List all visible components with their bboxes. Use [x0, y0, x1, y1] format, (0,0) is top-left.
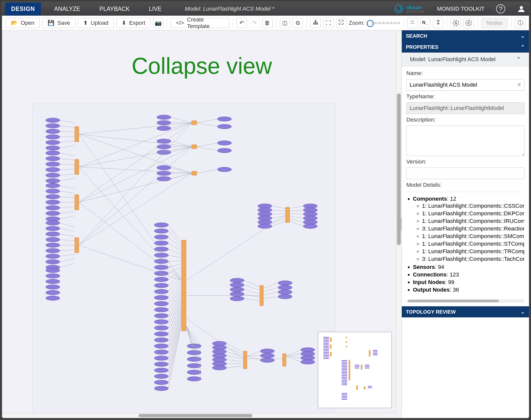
sensor-node[interactable] — [154, 283, 168, 288]
sensor-node[interactable] — [212, 353, 227, 358]
properties-accordion[interactable]: PROPERTIES ⌃ — [402, 41, 529, 53]
sensor-toggle-button[interactable]: S — [451, 18, 461, 28]
sensor-node[interactable] — [154, 247, 168, 251]
sensor-node[interactable] — [260, 353, 274, 358]
sensor-node[interactable] — [154, 235, 168, 239]
sensor-node[interactable] — [258, 220, 272, 224]
sensor-node[interactable] — [258, 212, 272, 216]
sensor-node[interactable] — [187, 357, 201, 361]
sensor-node[interactable] — [46, 129, 60, 134]
tab-playback[interactable]: PLAYBACK — [93, 3, 136, 15]
sensor-node[interactable] — [46, 217, 60, 221]
sensor-node[interactable] — [46, 226, 60, 231]
redo-button[interactable]: ↷ — [249, 18, 260, 28]
sensor-node[interactable] — [301, 347, 315, 352]
sensor-node[interactable] — [46, 243, 60, 247]
nodes-button[interactable]: Nodes — [481, 18, 508, 28]
sensor-node[interactable] — [154, 314, 168, 318]
component-node[interactable] — [75, 127, 79, 142]
sensor-node[interactable] — [154, 368, 168, 372]
sensor-node[interactable] — [46, 285, 60, 289]
sensor-node[interactable] — [154, 338, 168, 342]
hierarchy-button[interactable] — [310, 18, 321, 28]
sensor-node[interactable] — [46, 162, 60, 167]
create-template-button[interactable]: </> Create Template — [171, 18, 229, 28]
sensor-node[interactable] — [278, 290, 292, 294]
sensor-node[interactable] — [46, 274, 60, 278]
upload-button[interactable]: ⬆ Upload — [78, 18, 114, 28]
name-input[interactable] — [406, 79, 524, 91]
sensor-node[interactable] — [46, 296, 60, 300]
minimap[interactable] — [318, 332, 391, 408]
component-node[interactable] — [282, 354, 286, 366]
sensor-node[interactable] — [46, 279, 60, 284]
sensor-node[interactable] — [154, 356, 168, 360]
canvas[interactable]: Collapse view — [2, 30, 402, 418]
search-accordion[interactable]: SEARCH ⌄ — [402, 30, 529, 41]
sensor-node[interactable] — [212, 365, 227, 370]
tab-design[interactable]: DESIGN — [5, 3, 41, 15]
component-toggle-button[interactable]: C — [463, 18, 474, 28]
component-node[interactable] — [285, 207, 290, 222]
sensor-node[interactable] — [154, 308, 168, 312]
sensor-node[interactable] — [154, 295, 168, 300]
sensor-node[interactable] — [303, 212, 317, 216]
sensor-node[interactable] — [157, 126, 171, 131]
snap-button[interactable] — [407, 18, 418, 28]
sensor-node[interactable] — [187, 344, 201, 348]
sensor-node[interactable] — [278, 294, 292, 299]
sensor-node[interactable] — [46, 260, 60, 264]
sensor-node[interactable] — [46, 200, 60, 204]
export-button[interactable]: ⬇ Export — [116, 18, 151, 28]
tab-live[interactable]: LIVE — [143, 3, 168, 15]
sensor-node[interactable] — [258, 204, 272, 208]
sensor-node[interactable] — [46, 205, 60, 210]
sensor-node[interactable] — [46, 189, 60, 193]
sensor-node[interactable] — [157, 166, 171, 170]
sensor-node[interactable] — [154, 277, 168, 282]
sensor-node[interactable] — [154, 362, 168, 366]
sensor-node[interactable] — [154, 326, 168, 330]
sensor-node[interactable] — [303, 220, 317, 224]
sensor-node[interactable] — [157, 115, 171, 120]
clear-icon[interactable]: ✕ — [517, 82, 521, 88]
component-node[interactable] — [192, 121, 197, 125]
sensor-node[interactable] — [46, 211, 60, 216]
sensor-node[interactable] — [46, 156, 60, 161]
sensor-node[interactable] — [278, 285, 292, 290]
sensor-node[interactable] — [258, 224, 272, 228]
graph-container[interactable] — [32, 104, 336, 417]
sensor-node[interactable] — [46, 268, 60, 273]
sensor-node[interactable] — [154, 253, 168, 258]
sensor-node[interactable] — [46, 254, 60, 259]
sensor-node[interactable] — [46, 232, 60, 236]
sensor-node[interactable] — [154, 301, 168, 306]
sensor-node[interactable] — [260, 349, 274, 353]
screenshot-button[interactable]: 📷 — [153, 18, 163, 28]
sensor-node[interactable] — [301, 356, 315, 360]
sensor-node[interactable] — [301, 360, 315, 364]
undo-button[interactable]: ↶ — [236, 18, 247, 28]
sensor-node[interactable] — [303, 224, 317, 228]
sensor-node[interactable] — [46, 140, 60, 145]
component-node[interactable] — [244, 351, 247, 369]
center-button[interactable] — [336, 18, 346, 28]
sensor-node[interactable] — [230, 296, 244, 301]
sensor-node[interactable] — [303, 204, 317, 208]
sensor-node[interactable] — [217, 117, 232, 121]
sensor-node[interactable] — [46, 194, 60, 199]
sensor-node[interactable] — [157, 139, 171, 144]
version-input[interactable] — [406, 168, 524, 179]
component-node[interactable] — [260, 286, 263, 306]
sensor-node[interactable] — [217, 167, 232, 172]
sensor-node[interactable] — [46, 146, 60, 150]
sensor-node[interactable] — [230, 287, 244, 292]
help-icon[interactable]: ? — [496, 4, 505, 13]
sensor-node[interactable] — [154, 386, 168, 391]
sensor-node[interactable] — [212, 349, 227, 354]
component-node[interactable] — [192, 145, 197, 149]
sensor-node[interactable] — [154, 344, 168, 348]
sensor-node[interactable] — [212, 357, 227, 362]
topology-accordion[interactable]: TOPOLOGY REVIEW ⌄ — [402, 306, 529, 317]
sensor-node[interactable] — [187, 370, 201, 375]
